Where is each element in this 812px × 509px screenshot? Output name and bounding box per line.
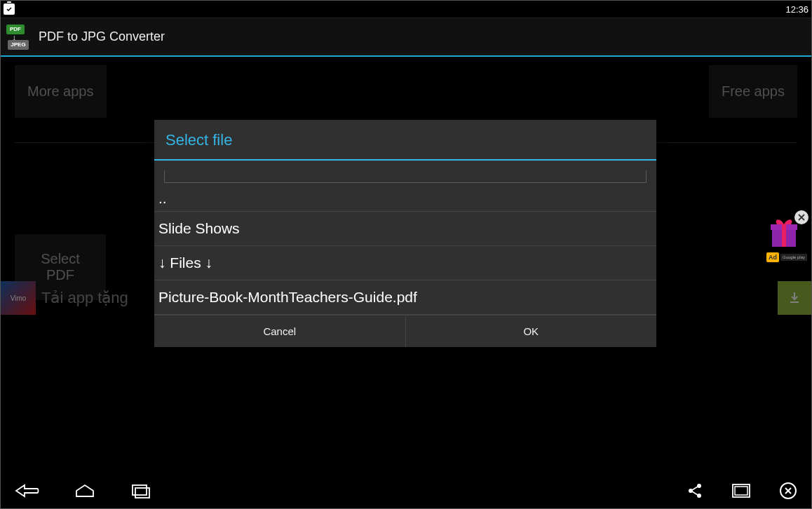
svg-rect-9	[735, 487, 747, 495]
ok-button[interactable]: OK	[406, 315, 657, 347]
status-bar: 12:36	[1, 1, 811, 18]
file-list: .. Slide Shows ↓ Files ↓ Picture-Book-Mo…	[154, 183, 656, 315]
home-icon[interactable]	[74, 482, 96, 499]
back-icon[interactable]	[15, 482, 40, 499]
list-item-folder[interactable]: Slide Shows	[154, 212, 656, 246]
nav-bar	[1, 473, 811, 508]
status-time: 12:36	[785, 4, 808, 15]
svg-point-6	[697, 484, 701, 488]
cast-icon[interactable]	[731, 483, 751, 498]
share-icon[interactable]	[686, 482, 703, 499]
cancel-button[interactable]: Cancel	[154, 315, 406, 347]
select-file-dialog: Select file .. Slide Shows ↓ Files ↓ Pic…	[154, 120, 656, 347]
app-title: PDF to JPG Converter	[39, 29, 165, 44]
action-bar: PDF ↓ JPEG PDF to JPG Converter	[1, 18, 811, 57]
gift-ad[interactable]: Ad Google play	[766, 213, 807, 262]
ad-badge: Ad	[766, 252, 779, 262]
svg-point-7	[697, 494, 701, 498]
app-logo-icon: PDF ↓ JPEG	[6, 25, 32, 50]
list-item-files-header: ↓ Files ↓	[154, 246, 656, 280]
svg-point-5	[689, 489, 693, 493]
close-icon[interactable]	[794, 210, 808, 224]
svg-rect-4	[133, 485, 147, 495]
svg-rect-2	[782, 224, 786, 247]
list-item-parent[interactable]: ..	[154, 183, 656, 212]
google-play-badge: Google play	[780, 254, 807, 261]
close-app-icon[interactable]	[779, 482, 797, 500]
dialog-title: Select file	[154, 120, 656, 161]
list-item-file[interactable]: Picture-Book-MonthTeachers-Guide.pdf	[154, 280, 656, 315]
recent-apps-icon[interactable]	[130, 482, 152, 499]
status-notification-icon	[4, 4, 15, 15]
path-field[interactable]	[164, 170, 647, 183]
svg-rect-3	[135, 488, 149, 498]
